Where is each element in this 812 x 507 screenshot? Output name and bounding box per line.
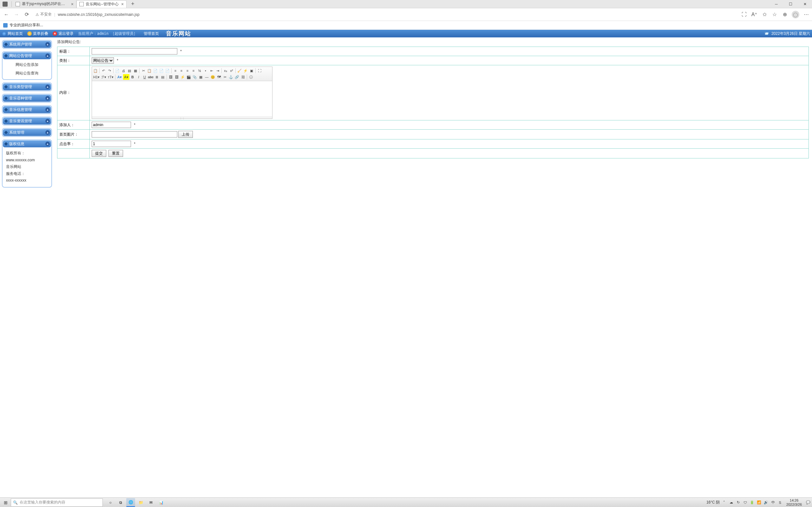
rte-align-right-icon[interactable]: ≡ [185, 68, 190, 73]
window-minimize-button[interactable]: ─ [769, 0, 783, 8]
rte-align-center-icon[interactable]: ≡ [179, 68, 184, 73]
rte-italic-icon[interactable]: I [136, 74, 142, 80]
rte-indent-icon[interactable]: ⇥ [215, 68, 220, 73]
collapse-icon[interactable]: ▲ [45, 130, 50, 135]
rte-preview-icon[interactable]: 📄 [114, 68, 120, 73]
adder-input[interactable] [92, 122, 131, 128]
rte-superscript-icon[interactable]: x² [229, 68, 235, 73]
rte-subscript-icon[interactable]: x₂ [223, 68, 229, 73]
rte-undo-icon[interactable]: ↶ [101, 68, 106, 73]
rte-anchor-icon[interactable]: ⚓ [228, 74, 234, 80]
rte-code-icon[interactable]: ▦ [133, 68, 138, 73]
sidebar-item-announcement-query[interactable]: 网站公告查询 [3, 69, 51, 78]
rte-quick-format-icon[interactable]: ⚡ [243, 68, 248, 73]
rte-strike-icon[interactable]: abc [148, 74, 154, 80]
rte-copy-icon[interactable]: 📋 [147, 68, 152, 73]
nav-admin-home[interactable]: 管理首页 [144, 31, 159, 37]
sidebar-item-announcement-add[interactable]: 网站公告添加 [3, 60, 51, 69]
rte-font-size-dropdown[interactable]: тT▾ [107, 74, 114, 80]
rte-fullscreen-icon[interactable]: ⛶ [257, 68, 262, 73]
rte-font-family-dropdown[interactable]: ℱ▾ [101, 74, 107, 80]
rte-bold-icon[interactable]: B [130, 74, 136, 80]
favorites-icon[interactable]: ☆ [771, 11, 778, 18]
window-maximize-button[interactable]: ☐ [783, 0, 798, 8]
rte-source-icon[interactable]: 📋 [93, 68, 98, 73]
rte-remove-format-icon[interactable]: ▤ [160, 74, 165, 80]
panel-header[interactable]: 网站公告管理 ▲ [3, 52, 51, 59]
collections-icon[interactable]: ⊕ [781, 11, 788, 18]
security-warning[interactable]: ⚠ 不安全 [36, 12, 52, 17]
profile-avatar[interactable]: ◯ [792, 11, 799, 18]
rte-paste-icon[interactable]: 📄 [153, 68, 158, 73]
tab-close-icon[interactable]: × [71, 2, 73, 7]
rte-bg-color-dropdown[interactable]: A▾ [123, 74, 130, 80]
panel-header[interactable]: 音乐语种管理 ▲ [3, 95, 51, 102]
panel-header[interactable]: 系统管理 ▲ [3, 129, 51, 136]
rte-link-icon[interactable]: 🔗 [234, 74, 240, 80]
collapse-icon[interactable]: ▲ [45, 42, 50, 47]
rte-page-break-icon[interactable]: ✂ [222, 74, 228, 80]
panel-header[interactable]: 系统用户管理 ▲ [3, 41, 51, 48]
browser-tab[interactable]: 基于jsp+mysql的JSP在线音乐查 × [13, 0, 77, 8]
nav-logout[interactable]: × 退出登录 [53, 31, 73, 37]
reset-button[interactable]: 重置 [108, 150, 123, 157]
rte-redo-icon[interactable]: ↷ [107, 68, 112, 73]
rte-emoji-icon[interactable]: 😊 [210, 74, 216, 80]
panel-header[interactable]: 版权信息 ▲ [3, 140, 51, 147]
browser-tab-active[interactable]: 音乐网站--管理中心 × [77, 0, 126, 8]
nav-site-home[interactable]: 网站首页 [2, 31, 23, 37]
shopping-icon[interactable]: ⛶ [741, 11, 747, 18]
nav-back-button[interactable]: ← [3, 11, 10, 18]
rte-unordered-list-icon[interactable]: • [203, 68, 208, 73]
window-close-button[interactable]: ✕ [798, 0, 812, 8]
rte-select-all-icon[interactable]: ▣ [249, 68, 254, 73]
rte-multi-image-icon[interactable]: 🖼 [174, 74, 180, 80]
rte-file-icon[interactable]: 📎 [192, 74, 198, 80]
rte-heading-dropdown[interactable]: H1▾ [93, 74, 100, 80]
hits-input[interactable] [92, 141, 131, 147]
panel-header[interactable]: 音乐类型管理 ▲ [3, 83, 51, 90]
nav-refresh-button[interactable]: ⟳ [23, 11, 31, 18]
collapse-icon[interactable]: ▲ [45, 107, 50, 112]
title-input[interactable] [92, 48, 177, 55]
favorite-star-icon[interactable]: ✩ [761, 11, 768, 18]
tab-close-icon[interactable]: × [121, 2, 124, 7]
rte-resize-handle[interactable]: ⋮⋮ [92, 117, 272, 118]
rte-about-icon[interactable]: ⓘ [248, 74, 254, 80]
read-aloud-icon[interactable]: A⁺ [751, 11, 757, 18]
rte-baidu-map-icon[interactable]: 🗺 [216, 74, 222, 80]
panel-header[interactable]: 音乐资讯管理 ▲ [3, 118, 51, 124]
rte-ordered-list-icon[interactable]: ⅛ [197, 68, 202, 73]
rte-template-icon[interactable]: ▤ [126, 68, 132, 73]
rte-outdent-icon[interactable]: ⇤ [209, 68, 214, 73]
rte-paste-text-icon[interactable]: 📄 [159, 68, 164, 73]
tab-actions-icon[interactable] [3, 2, 8, 7]
rte-align-justify-icon[interactable]: ≡ [191, 68, 196, 73]
upload-button[interactable]: 上传 [178, 131, 193, 138]
panel-header[interactable]: 音乐信息管理 ▲ [3, 106, 51, 113]
submit-button[interactable]: 提交 [92, 150, 106, 157]
rte-line-height-icon[interactable]: ≣ [154, 74, 159, 80]
rte-underline-icon[interactable]: U [142, 74, 148, 80]
rte-flash-icon[interactable]: ⚡ [180, 74, 186, 80]
rte-clear-format-icon[interactable]: 🧹 [237, 68, 242, 73]
collapse-icon[interactable]: ▲ [45, 142, 50, 146]
collapse-icon[interactable]: ▲ [45, 119, 50, 123]
bookmark-link[interactable]: 专业的源码分享和... [9, 22, 43, 28]
more-menu-icon[interactable]: ⋯ [803, 11, 809, 18]
rte-align-left-icon[interactable]: ≡ [172, 68, 178, 73]
category-select[interactable]: 网站公告 [92, 57, 114, 64]
rte-font-color-dropdown[interactable]: A▾ [116, 74, 123, 80]
rte-image-icon[interactable]: 🖼 [168, 74, 173, 80]
collapse-icon[interactable]: ▲ [45, 54, 50, 58]
rte-paste-word-icon[interactable]: 📄 [165, 68, 170, 73]
nav-forward-button[interactable]: → [13, 11, 20, 18]
nav-menu-toggle[interactable]: 菜单折叠 [27, 31, 48, 37]
rte-content-area[interactable] [92, 81, 272, 117]
collapse-icon[interactable]: ▲ [45, 96, 50, 101]
collapse-icon[interactable]: ▲ [45, 84, 50, 89]
rte-hr-icon[interactable]: — [204, 74, 210, 80]
new-tab-button[interactable]: + [129, 1, 136, 7]
rte-cut-icon[interactable]: ✂ [141, 68, 146, 73]
thumb-input[interactable] [92, 131, 177, 137]
